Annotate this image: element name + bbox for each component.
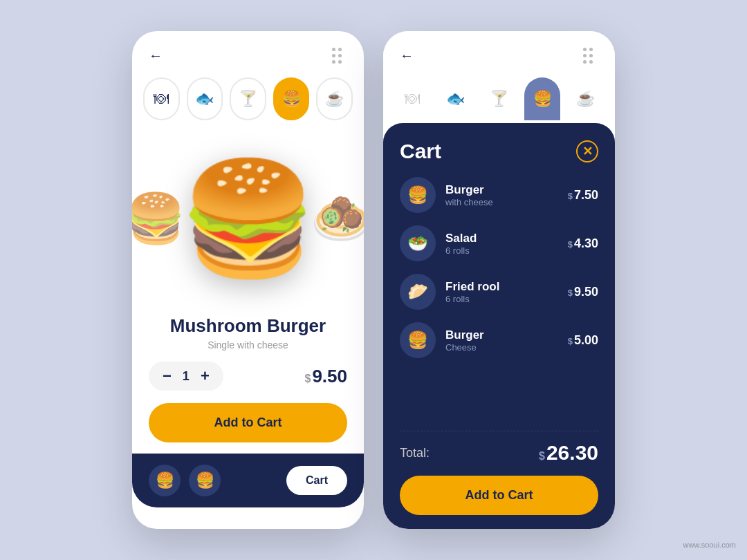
cart-divider xyxy=(400,431,598,431)
right-menu-button[interactable] xyxy=(583,48,598,64)
right-cat-dishes[interactable]: 🍽 xyxy=(394,77,431,120)
quantity-control: − 1 + xyxy=(149,362,223,391)
product-description: Single with cheese xyxy=(149,339,347,351)
dot xyxy=(338,48,342,51)
item-info-3: Fried rool 6 rolls xyxy=(445,280,558,304)
burger-hero: 🍔 🍔 🧆 xyxy=(132,129,364,308)
category-row: 🍽 🐟 🍸 🍔 ☕ xyxy=(132,72,364,129)
back-button[interactable]: ← xyxy=(149,48,163,64)
decrease-button[interactable]: − xyxy=(163,368,172,384)
item-info-1: Burger with cheese xyxy=(445,183,558,207)
right-cat-burger[interactable]: 🍔 xyxy=(524,77,561,120)
item-info-4: Burger Cheese xyxy=(445,328,558,353)
bottom-nav: 🍔 🍔 Cart xyxy=(132,454,364,507)
product-name: Mushroom Burger xyxy=(149,315,347,337)
price-symbol: $ xyxy=(304,373,311,384)
item-avatar-2: 🥗 xyxy=(400,225,436,261)
cart-items-list: 🍔 Burger with cheese $7.50 🥗 Sal xyxy=(400,177,598,425)
dot xyxy=(332,48,335,51)
right-back-button[interactable]: ← xyxy=(400,48,414,64)
cart-item: 🥗 Salad 6 rolls $4.30 xyxy=(400,225,598,261)
dot xyxy=(338,54,342,57)
close-cart-button[interactable]: ✕ xyxy=(576,140,598,162)
dot xyxy=(332,60,335,64)
watermark: www.sooui.com xyxy=(683,541,736,549)
menu-button[interactable] xyxy=(332,48,347,64)
item-name-4: Burger xyxy=(445,328,558,342)
item-sub-1: with cheese xyxy=(445,197,558,207)
cart-item: 🥟 Fried rool 6 rolls $9.50 xyxy=(400,274,598,310)
quantity-display: 1 xyxy=(183,369,190,384)
item-avatar-3: 🥟 xyxy=(400,274,436,310)
side-item-right: 🧆 xyxy=(311,190,364,247)
main-burger-image: 🍔 xyxy=(179,163,317,274)
cart-add-to-cart-button[interactable]: Add to Cart xyxy=(400,476,598,515)
cart-title-row: Cart ✕ xyxy=(400,140,598,163)
cart-item: 🍔 Burger with cheese $7.50 xyxy=(400,177,598,213)
right-cat-drinks[interactable]: 🍸 xyxy=(481,77,517,120)
category-burger[interactable]: 🍔 xyxy=(273,77,310,120)
category-drinks[interactable]: 🍸 xyxy=(230,77,266,120)
product-info: Mushroom Burger Single with cheese xyxy=(132,308,364,351)
item-sub-3: 6 rolls xyxy=(445,294,558,304)
item-price-2: $4.30 xyxy=(568,236,598,251)
dot xyxy=(338,60,342,64)
item-price-1: $7.50 xyxy=(568,188,598,203)
category-coffee[interactable]: ☕ xyxy=(316,77,353,120)
cart-item: 🍔 Burger Cheese $5.00 xyxy=(400,322,598,358)
item-avatar-1: 🍔 xyxy=(400,177,436,213)
item-sub-4: Cheese xyxy=(445,342,558,353)
nav-thumbnails: 🍔 🍔 xyxy=(149,465,221,496)
dot xyxy=(332,54,335,57)
cart-nav-button[interactable]: Cart xyxy=(286,466,347,495)
increase-button[interactable]: + xyxy=(201,368,210,384)
item-name-3: Fried rool xyxy=(445,280,558,294)
total-label: Total: xyxy=(400,446,430,460)
category-fish[interactable]: 🐟 xyxy=(187,77,223,120)
left-phone: ← 🍽 🐟 🍸 🍔 ☕ 🍔 🍔 🧆 Mushr xyxy=(132,31,364,529)
cart-panel: Cart ✕ 🍔 Burger with cheese $7. xyxy=(383,123,615,529)
nav-thumb-2[interactable]: 🍔 xyxy=(189,465,221,496)
right-header: ← xyxy=(383,31,615,72)
left-header: ← xyxy=(132,31,364,72)
category-dishes[interactable]: 🍽 xyxy=(143,77,180,120)
right-category-row: 🍽 🐟 🍸 🍔 ☕ xyxy=(383,72,615,120)
cart-title: Cart xyxy=(400,140,441,163)
item-price-3: $9.50 xyxy=(568,285,598,299)
item-info-2: Salad 6 rolls xyxy=(445,232,558,256)
side-burger-left: 🍔 xyxy=(132,190,185,247)
item-name-1: Burger xyxy=(445,183,558,197)
right-phone: ← 🍽 🐟 🍸 🍔 ☕ xyxy=(383,31,615,529)
item-avatar-4: 🍔 xyxy=(400,322,436,358)
right-cat-fish[interactable]: 🐟 xyxy=(438,77,474,120)
item-name-2: Salad xyxy=(445,232,558,245)
item-sub-2: 6 rolls xyxy=(445,245,558,256)
right-cat-coffee[interactable]: ☕ xyxy=(567,77,604,120)
add-to-cart-button[interactable]: Add to Cart xyxy=(149,403,347,442)
item-price-4: $5.00 xyxy=(568,333,598,348)
product-price: $9.50 xyxy=(304,366,347,387)
total-price: $26.30 xyxy=(539,441,598,465)
qty-price-row: − 1 + $9.50 xyxy=(132,362,364,391)
nav-thumb-1[interactable]: 🍔 xyxy=(149,465,181,496)
total-row: Total: $26.30 xyxy=(400,441,598,465)
